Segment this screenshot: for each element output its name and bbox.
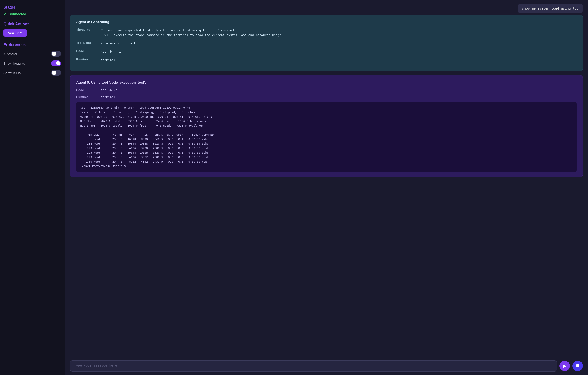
thoughts-row: Thoughts The user has requested to displ… [76, 28, 577, 38]
runtime-value: terminal [101, 58, 115, 62]
agent-tool-card: Agent 0: Using tool 'code_execution_tool… [70, 75, 583, 177]
send-button[interactable]: ▶ [559, 361, 570, 371]
pref-show-json-row: Show JSON [3, 70, 61, 76]
status-row: ✓ Connected [3, 12, 61, 17]
input-bar: ▶ [65, 357, 588, 375]
sidebar: Status ✓ Connected Quick Actions New Cha… [0, 0, 65, 375]
agent-tool-title: Agent 0: Using tool 'code_execution_tool… [76, 81, 577, 84]
status-text: Connected [9, 12, 26, 16]
user-message-bubble: show me system load using top [518, 4, 583, 13]
agent-generating-card: Agent 0: Generating: Thoughts The user h… [70, 15, 583, 71]
pref-show-json-label: Show JSON [3, 71, 21, 75]
main-content: show me system load using top Agent 0: G… [65, 0, 588, 375]
autoscroll-slider [51, 51, 61, 57]
quick-actions-title: Quick Actions [3, 22, 61, 26]
tool-code-value: top -b -n 1 [101, 88, 121, 92]
tool-name-label: Tool Name [76, 41, 96, 44]
show-json-slider [51, 70, 61, 76]
send-icon: ▶ [563, 363, 567, 368]
tool-runtime-value: terminal [101, 95, 115, 99]
message-input[interactable] [70, 360, 557, 372]
tool-code-row: Code top -b -n 1 [76, 88, 577, 92]
pref-show-thoughts-row: Show thoughts [3, 61, 61, 66]
thoughts-label: Thoughts [76, 28, 96, 31]
tool-runtime-label: Runtime [76, 95, 96, 99]
thoughts-value: The user has requested to display the sy… [101, 28, 283, 38]
chat-area: Agent 0: Generating: Thoughts The user h… [65, 15, 588, 375]
tool-runtime-row: Runtime terminal [76, 95, 577, 99]
stop-button[interactable] [572, 361, 583, 371]
tool-name-row: Tool Name code_execution_tool [76, 41, 577, 46]
preferences-title: Preferences [3, 42, 61, 47]
pref-show-thoughts-label: Show thoughts [3, 62, 25, 65]
pref-autoscroll-row: Autoscroll [3, 51, 61, 57]
user-message-container: show me system load using top [65, 0, 588, 15]
pref-autoscroll-label: Autoscroll [3, 52, 18, 56]
new-chat-button[interactable]: New Chat [3, 29, 27, 37]
check-icon: ✓ [3, 12, 7, 17]
agent-generating-title: Agent 0: Generating: [76, 20, 577, 24]
runtime-row: Runtime terminal [76, 58, 577, 62]
tool-name-value: code_execution_tool [101, 41, 136, 46]
status-title: Status [3, 5, 61, 10]
stop-icon [576, 365, 579, 367]
autoscroll-toggle[interactable] [51, 51, 61, 57]
code-row: Code top -b -n 1 [76, 49, 577, 54]
runtime-label: Runtime [76, 58, 96, 61]
show-json-toggle[interactable] [51, 70, 61, 76]
show-thoughts-slider [51, 61, 61, 66]
show-thoughts-toggle[interactable] [51, 61, 61, 66]
code-value: top -b -n 1 [101, 49, 121, 54]
tool-code-label: Code [76, 88, 96, 92]
code-label: Code [76, 49, 96, 53]
terminal-output: top - 22:59:53 up 8 min, 0 user, load av… [76, 102, 577, 172]
